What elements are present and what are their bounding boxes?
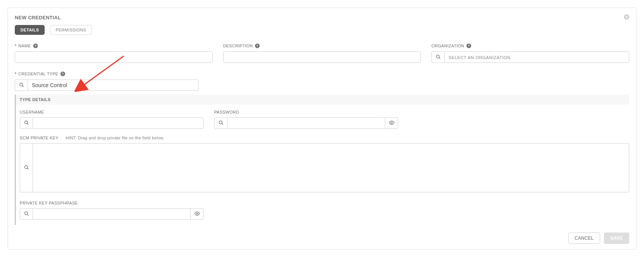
svg-line-15 (27, 123, 28, 125)
username-lookup-button[interactable] (20, 117, 33, 129)
passphrase-toggle-button[interactable] (191, 208, 204, 220)
close-button[interactable] (623, 14, 630, 21)
svg-point-7 (436, 55, 439, 58)
passphrase-input[interactable] (33, 208, 191, 220)
required-marker: * (15, 72, 17, 76)
field-organization: ORGANIZATION ? (431, 43, 629, 63)
label-organization: ORGANIZATION (431, 44, 464, 48)
svg-text:?: ? (34, 44, 37, 48)
help-icon[interactable]: ? (255, 43, 260, 48)
field-name: * NAME ? (15, 43, 213, 63)
search-icon (24, 120, 29, 126)
svg-point-16 (219, 121, 222, 124)
type-details-body: USERNAME PASSWORD (15, 105, 629, 225)
svg-point-21 (25, 212, 28, 215)
label-scm-private-key: SCM PRIVATE KEY (20, 136, 59, 140)
name-input[interactable] (15, 52, 213, 63)
field-description: DESCRIPTION ? (223, 43, 421, 63)
search-icon (24, 165, 29, 171)
field-username: USERNAME (20, 110, 204, 129)
help-icon[interactable]: ? (466, 43, 471, 48)
close-icon (624, 14, 630, 21)
password-input[interactable] (227, 117, 385, 129)
help-icon[interactable]: ? (33, 43, 38, 48)
label-credential-type: CREDENTIAL TYPE (19, 72, 58, 76)
new-credential-panel: NEW CREDENTIAL DETAILS PERMISSIONS * NAM… (8, 8, 636, 250)
svg-text:?: ? (256, 44, 258, 48)
svg-line-20 (27, 168, 28, 169)
svg-text:?: ? (62, 72, 64, 76)
svg-point-23 (196, 213, 198, 214)
field-passphrase: PRIVATE KEY PASSPHRASE (20, 201, 204, 220)
field-password: PASSWORD (214, 110, 398, 129)
required-marker: * (15, 44, 17, 48)
organization-lookup-button[interactable] (431, 52, 444, 63)
search-icon (24, 211, 29, 217)
organization-input[interactable] (444, 52, 629, 63)
eye-icon (194, 211, 200, 218)
label-description: DESCRIPTION (223, 44, 253, 48)
label-username: USERNAME (20, 110, 44, 114)
password-lookup-button[interactable] (214, 117, 227, 129)
search-icon (218, 120, 224, 126)
tab-permissions[interactable]: PERMISSIONS (50, 25, 92, 35)
panel-title: NEW CREDENTIAL (15, 15, 629, 20)
search-icon (436, 54, 441, 61)
cancel-button[interactable]: CANCEL (568, 233, 600, 244)
type-details-header: TYPE DETAILS (15, 95, 629, 105)
svg-point-11 (20, 83, 23, 86)
label-name: NAME (19, 44, 31, 48)
svg-point-14 (25, 121, 28, 124)
row-main-1: * NAME ? DESCRIPTION ? ORGANIZATION ? (15, 43, 629, 63)
row-main-2: * CREDENTIAL TYPE ? (15, 71, 629, 91)
svg-point-19 (25, 165, 28, 169)
eye-icon (389, 120, 395, 127)
username-input[interactable] (33, 117, 204, 129)
label-password: PASSWORD (214, 110, 239, 114)
field-credential-type: * CREDENTIAL TYPE ? (15, 71, 199, 91)
help-icon[interactable]: ? (60, 71, 65, 76)
svg-text:?: ? (468, 44, 470, 48)
svg-line-17 (222, 123, 223, 125)
passphrase-lookup-button[interactable] (20, 208, 33, 220)
scm-private-key-input[interactable] (33, 143, 629, 192)
footer: CANCEL SAVE (15, 233, 629, 244)
svg-line-12 (22, 86, 23, 87)
scm-hint: HINT: Drag and drop private file on the … (66, 136, 165, 140)
scm-key-lookup-button[interactable] (20, 143, 33, 192)
label-passphrase: PRIVATE KEY PASSPHRASE (20, 201, 78, 205)
tabs: DETAILS PERMISSIONS (15, 25, 629, 35)
password-toggle-button[interactable] (385, 117, 398, 129)
credential-type-lookup-button[interactable] (15, 80, 28, 91)
description-input[interactable] (223, 52, 421, 63)
credential-type-input[interactable] (28, 80, 199, 91)
save-button[interactable]: SAVE (604, 233, 629, 244)
svg-line-22 (27, 214, 28, 215)
search-icon (19, 82, 24, 89)
tab-details[interactable]: DETAILS (15, 25, 45, 35)
svg-line-8 (439, 58, 440, 59)
svg-point-18 (391, 122, 392, 123)
